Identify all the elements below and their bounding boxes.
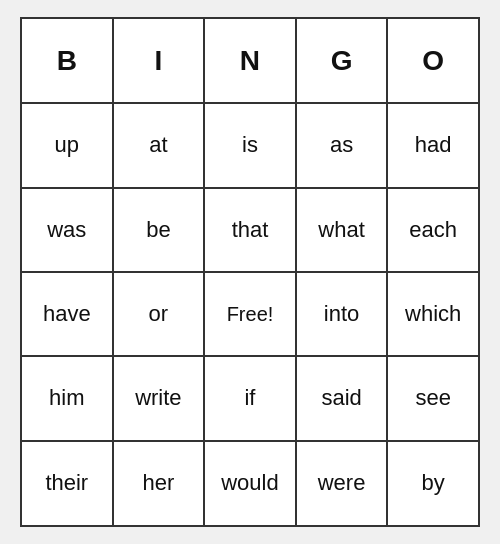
bingo-row-5: their her would were by — [22, 441, 478, 525]
cell-5-2: her — [113, 441, 205, 525]
cell-4-1: him — [22, 356, 113, 440]
header-i: I — [113, 19, 205, 103]
cell-2-2: be — [113, 188, 205, 272]
cell-1-5: had — [387, 103, 478, 187]
cell-5-3: would — [204, 441, 296, 525]
cell-1-1: up — [22, 103, 113, 187]
bingo-row-4: him write if said see — [22, 356, 478, 440]
cell-1-2: at — [113, 103, 205, 187]
header-n: N — [204, 19, 296, 103]
bingo-row-2: was be that what each — [22, 188, 478, 272]
cell-5-5: by — [387, 441, 478, 525]
cell-3-4: into — [296, 272, 388, 356]
bingo-row-3: have or Free! into which — [22, 272, 478, 356]
cell-3-3-free: Free! — [204, 272, 296, 356]
cell-3-5: which — [387, 272, 478, 356]
cell-4-3: if — [204, 356, 296, 440]
header-g: G — [296, 19, 388, 103]
bingo-card: B I N G O up at is as had was be that wh… — [20, 17, 480, 527]
cell-4-4: said — [296, 356, 388, 440]
cell-4-5: see — [387, 356, 478, 440]
header-o: O — [387, 19, 478, 103]
cell-4-2: write — [113, 356, 205, 440]
cell-2-1: was — [22, 188, 113, 272]
cell-1-3: is — [204, 103, 296, 187]
cell-2-4: what — [296, 188, 388, 272]
bingo-row-1: up at is as had — [22, 103, 478, 187]
cell-3-1: have — [22, 272, 113, 356]
cell-2-5: each — [387, 188, 478, 272]
header-b: B — [22, 19, 113, 103]
bingo-header-row: B I N G O — [22, 19, 478, 103]
cell-1-4: as — [296, 103, 388, 187]
cell-5-4: were — [296, 441, 388, 525]
cell-3-2: or — [113, 272, 205, 356]
cell-2-3: that — [204, 188, 296, 272]
cell-5-1: their — [22, 441, 113, 525]
